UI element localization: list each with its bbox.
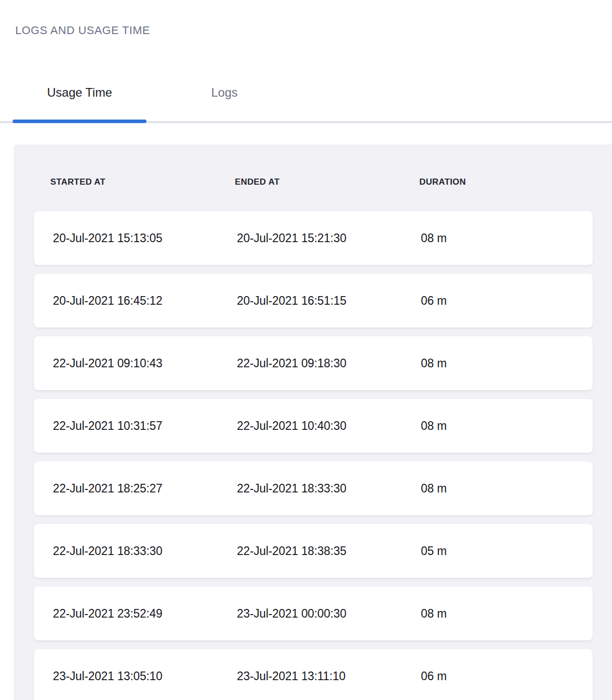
tab-usage-time[interactable]: Usage Time [13, 85, 146, 121]
cell-started-at: 23-Jul-2021 13:05:10 [53, 669, 237, 683]
cell-started-at: 20-Jul-2021 15:13:05 [53, 231, 237, 245]
table-header-row: STARTED AT ENDED AT DURATION [14, 176, 612, 188]
cell-duration: 08 m [421, 607, 593, 621]
table-row: 22-Jul-2021 10:31:57 22-Jul-2021 10:40:3… [34, 399, 593, 453]
column-header-started-at: STARTED AT [50, 176, 235, 188]
cell-ended-at: 22-Jul-2021 09:18:30 [237, 357, 421, 370]
cell-ended-at: 20-Jul-2021 16:51:15 [237, 294, 421, 308]
usage-time-table: STARTED AT ENDED AT DURATION 20-Jul-2021… [14, 144, 612, 700]
table-row: 20-Jul-2021 16:45:12 20-Jul-2021 16:51:1… [34, 274, 593, 328]
page-title: LOGS AND USAGE TIME [15, 23, 612, 38]
tab-logs-label: Logs [211, 85, 237, 99]
column-header-duration: DURATION [419, 176, 612, 188]
table-body: 20-Jul-2021 15:13:05 20-Jul-2021 15:21:3… [14, 211, 612, 700]
cell-duration: 06 m [421, 294, 593, 308]
logs-usage-page: LOGS AND USAGE TIME Usage Time Logs STAR… [0, 23, 612, 700]
cell-ended-at: 23-Jul-2021 13:11:10 [237, 669, 421, 683]
column-header-ended-at: ENDED AT [235, 176, 419, 188]
table-row: 22-Jul-2021 18:33:30 22-Jul-2021 18:38:3… [34, 524, 593, 578]
cell-duration: 06 m [421, 669, 593, 683]
cell-duration: 08 m [421, 419, 593, 433]
cell-duration: 08 m [421, 482, 593, 495]
table-row: 22-Jul-2021 09:10:43 22-Jul-2021 09:18:3… [34, 336, 593, 390]
table-row: 23-Jul-2021 13:05:10 23-Jul-2021 13:11:1… [34, 649, 593, 700]
table-row: 22-Jul-2021 18:25:27 22-Jul-2021 18:33:3… [34, 461, 593, 515]
tab-logs[interactable]: Logs [158, 85, 291, 121]
cell-duration: 08 m [421, 357, 593, 370]
cell-ended-at: 23-Jul-2021 00:00:30 [237, 607, 421, 621]
cell-started-at: 22-Jul-2021 18:25:27 [53, 482, 237, 495]
cell-ended-at: 22-Jul-2021 10:40:30 [237, 419, 421, 433]
table-row: 20-Jul-2021 15:13:05 20-Jul-2021 15:21:3… [34, 211, 593, 265]
cell-ended-at: 22-Jul-2021 18:33:30 [237, 482, 421, 495]
cell-ended-at: 20-Jul-2021 15:21:30 [237, 231, 421, 245]
active-tab-indicator [13, 120, 146, 123]
cell-started-at: 22-Jul-2021 23:52:49 [53, 607, 237, 621]
cell-duration: 05 m [421, 544, 593, 558]
cell-started-at: 20-Jul-2021 16:45:12 [53, 294, 237, 308]
cell-ended-at: 22-Jul-2021 18:38:35 [237, 544, 421, 558]
cell-duration: 08 m [421, 231, 593, 245]
tab-usage-time-label: Usage Time [47, 85, 112, 99]
tab-bar: Usage Time Logs [0, 85, 612, 123]
table-row: 22-Jul-2021 23:52:49 23-Jul-2021 00:00:3… [34, 587, 593, 640]
cell-started-at: 22-Jul-2021 09:10:43 [53, 357, 237, 370]
cell-started-at: 22-Jul-2021 18:33:30 [53, 544, 237, 558]
cell-started-at: 22-Jul-2021 10:31:57 [53, 419, 237, 433]
